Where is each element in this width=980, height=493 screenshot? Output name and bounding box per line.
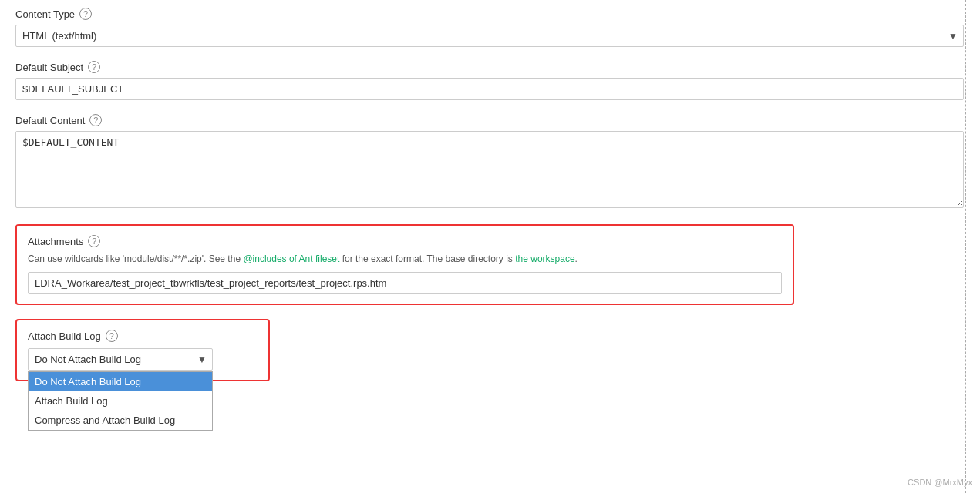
default-content-textarea[interactable]: $DEFAULT_CONTENT (15, 131, 964, 208)
dropdown-option-attach[interactable]: Attach Build Log (29, 391, 212, 411)
attachments-label-row: Attachments ? (28, 235, 782, 247)
attachments-description: Can use wildcards like 'module/dist/**/*… (28, 252, 782, 266)
attach-build-log-select-wrapper: Do Not Attach Build Log Attach Build Log… (28, 348, 213, 371)
default-subject-help-icon[interactable]: ? (88, 61, 100, 73)
attach-build-log-dropdown: Do Not Attach Build Log Attach Build Log… (28, 371, 213, 431)
attachments-desc-text2: for the exact format. The base directory… (339, 253, 515, 264)
default-subject-section: Default Subject ? (15, 61, 965, 100)
dropdown-option-compress-attach[interactable]: Compress and Attach Build Log (29, 411, 212, 430)
attach-build-log-section: Attach Build Log ? Do Not Attach Build L… (15, 319, 270, 381)
attachments-help-icon[interactable]: ? (88, 235, 100, 247)
watermark: CSDN @MrxMyx (908, 478, 972, 487)
content-type-select-wrapper: HTML (text/html) Plain Text (text/plain)… (15, 25, 964, 47)
content-type-help-icon[interactable]: ? (79, 8, 92, 20)
attach-build-log-label: Attach Build Log (28, 330, 101, 342)
default-content-help-icon[interactable]: ? (89, 114, 102, 126)
attachments-desc-text3: . (575, 253, 578, 264)
ant-fileset-link[interactable]: @includes of Ant fileset (243, 253, 339, 264)
default-subject-label-row: Default Subject ? (15, 61, 965, 73)
attachments-label: Attachments (28, 236, 83, 247)
attachments-desc-text1: Can use wildcards like 'module/dist/**/*… (28, 253, 243, 264)
attach-build-log-label-row: Attach Build Log ? (28, 330, 258, 342)
content-type-label: Content Type (15, 8, 75, 20)
default-content-label-row: Default Content ? (15, 114, 965, 126)
right-border (965, 0, 966, 493)
workspace-link[interactable]: the workspace (515, 253, 574, 264)
attach-build-log-select[interactable]: Do Not Attach Build Log Attach Build Log… (28, 348, 213, 371)
content-type-select[interactable]: HTML (text/html) Plain Text (text/plain) (15, 25, 964, 47)
default-subject-label: Default Subject (15, 62, 83, 73)
default-content-label: Default Content (15, 115, 85, 126)
attachments-input[interactable] (28, 272, 782, 294)
default-subject-input[interactable] (15, 78, 964, 100)
default-content-section: Default Content ? $DEFAULT_CONTENT (15, 114, 965, 210)
attachments-section: Attachments ? Can use wildcards like 'mo… (15, 224, 794, 305)
content-type-section: Content Type ? HTML (text/html) Plain Te… (15, 8, 965, 47)
content-type-label-row: Content Type ? (15, 8, 965, 20)
dropdown-option-do-not-attach[interactable]: Do Not Attach Build Log (29, 372, 212, 391)
attach-build-log-help-icon[interactable]: ? (106, 330, 118, 342)
